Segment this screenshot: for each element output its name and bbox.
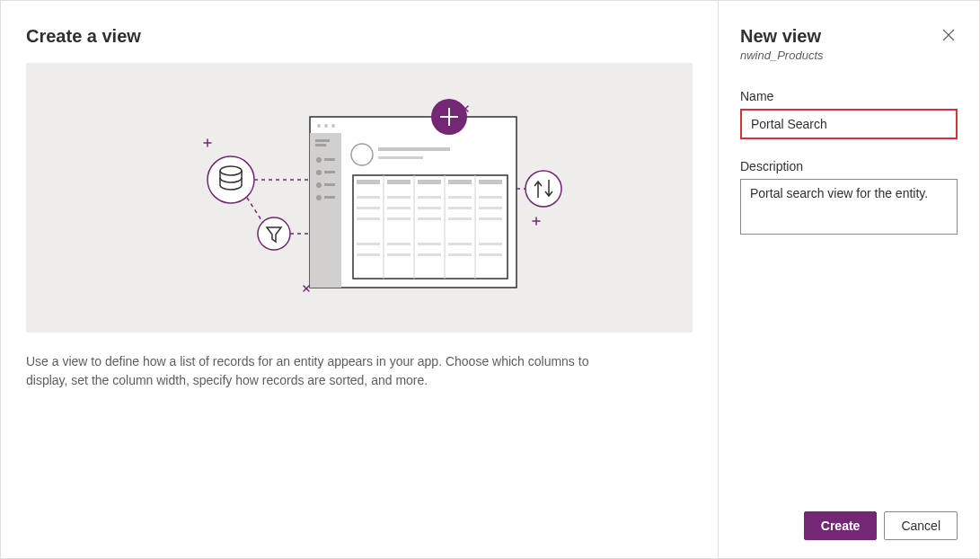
- svg-rect-51: [357, 243, 380, 245]
- svg-point-9: [317, 124, 321, 128]
- svg-rect-26: [353, 175, 508, 279]
- svg-rect-35: [479, 180, 502, 184]
- description-input[interactable]: [740, 179, 958, 235]
- create-button[interactable]: Create: [804, 511, 878, 540]
- help-text: Use a view to define how a list of recor…: [26, 352, 601, 390]
- cancel-button[interactable]: Cancel: [884, 511, 958, 540]
- svg-rect-24: [378, 147, 450, 151]
- svg-rect-42: [387, 207, 411, 209]
- right-panel: New view nwind_Products Name Description…: [719, 1, 979, 558]
- svg-rect-45: [479, 207, 502, 209]
- svg-rect-37: [387, 196, 411, 199]
- svg-rect-41: [357, 207, 380, 209]
- svg-point-19: [316, 182, 322, 188]
- svg-rect-38: [418, 196, 441, 199]
- create-view-dialog: Create a view: [0, 0, 980, 559]
- svg-rect-36: [357, 196, 380, 199]
- right-header: New view: [740, 26, 958, 47]
- svg-rect-55: [479, 243, 502, 245]
- svg-point-64: [207, 156, 254, 203]
- left-panel: Create a view: [1, 1, 719, 558]
- svg-rect-14: [315, 144, 326, 146]
- svg-rect-16: [324, 158, 335, 161]
- panel-title: New view: [740, 26, 821, 47]
- svg-rect-60: [479, 253, 502, 256]
- svg-point-17: [316, 170, 322, 175]
- svg-rect-46: [357, 217, 380, 220]
- svg-rect-33: [418, 180, 441, 184]
- name-input[interactable]: [740, 109, 958, 139]
- svg-point-11: [331, 124, 335, 128]
- svg-rect-47: [387, 217, 411, 220]
- view-illustration: [148, 90, 570, 306]
- svg-rect-34: [448, 180, 472, 184]
- svg-rect-13: [315, 139, 330, 142]
- svg-rect-54: [448, 243, 472, 245]
- svg-rect-58: [418, 253, 441, 256]
- svg-rect-48: [418, 217, 441, 220]
- svg-rect-49: [448, 217, 472, 220]
- svg-point-67: [525, 171, 561, 207]
- illustration-area: [26, 63, 693, 333]
- svg-rect-44: [448, 207, 472, 209]
- svg-rect-56: [357, 253, 380, 256]
- svg-rect-12: [310, 133, 341, 288]
- svg-rect-52: [387, 243, 411, 245]
- svg-rect-53: [418, 243, 441, 245]
- svg-rect-59: [448, 253, 472, 256]
- svg-rect-22: [324, 196, 335, 199]
- svg-line-69: [247, 198, 263, 223]
- svg-rect-20: [324, 183, 335, 186]
- dialog-footer: Create Cancel: [804, 511, 958, 540]
- svg-rect-18: [324, 171, 335, 173]
- description-label: Description: [740, 159, 958, 173]
- svg-rect-57: [387, 253, 411, 256]
- svg-rect-39: [448, 196, 472, 199]
- svg-point-21: [316, 195, 322, 200]
- svg-rect-50: [479, 217, 502, 220]
- close-icon[interactable]: [940, 26, 958, 47]
- svg-rect-25: [378, 156, 423, 159]
- entity-name: nwind_Products: [740, 49, 958, 62]
- svg-rect-43: [418, 207, 441, 209]
- page-title: Create a view: [26, 26, 693, 47]
- svg-rect-40: [479, 196, 502, 199]
- svg-point-10: [324, 124, 328, 128]
- svg-rect-32: [387, 180, 411, 184]
- svg-rect-31: [357, 180, 380, 184]
- svg-point-15: [316, 157, 322, 163]
- name-label: Name: [740, 89, 958, 103]
